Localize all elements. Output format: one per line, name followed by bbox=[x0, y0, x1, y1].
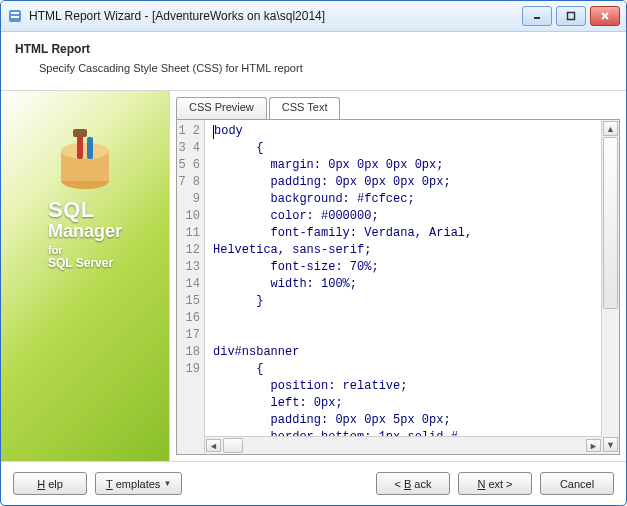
horizontal-scrollbar[interactable]: ◄ ► bbox=[205, 436, 602, 454]
brand-line1: SQL bbox=[48, 199, 122, 221]
branding-panel: SQL Manager for SQL Server bbox=[1, 91, 170, 461]
window-title: HTML Report Wizard - [AdventureWorks on … bbox=[29, 9, 522, 23]
main-panel: CSS Preview CSS Text 1 2 3 4 5 6 7 8 9 1… bbox=[170, 91, 626, 461]
titlebar: HTML Report Wizard - [AdventureWorks on … bbox=[1, 1, 626, 32]
next-button[interactable]: Next > bbox=[458, 472, 532, 495]
chevron-down-icon: ▼ bbox=[163, 479, 171, 488]
svg-rect-2 bbox=[11, 16, 19, 18]
scroll-right-icon[interactable]: ► bbox=[586, 439, 601, 452]
scroll-up-icon[interactable]: ▲ bbox=[603, 121, 618, 136]
window-buttons bbox=[522, 6, 620, 26]
app-icon bbox=[7, 8, 23, 24]
vertical-scrollbar[interactable]: ▲ ▼ bbox=[601, 120, 619, 454]
scroll-down-icon[interactable]: ▼ bbox=[603, 437, 618, 452]
svg-rect-11 bbox=[87, 137, 93, 159]
scroll-thumb-vertical[interactable] bbox=[603, 137, 618, 309]
code-area[interactable]: body { margin: 0px 0px 0px 0px; padding:… bbox=[205, 120, 601, 454]
templates-button[interactable]: Templates ▼ bbox=[95, 472, 182, 495]
maximize-button[interactable] bbox=[556, 6, 586, 26]
line-number-gutter: 1 2 3 4 5 6 7 8 9 10 11 12 13 14 15 16 1… bbox=[177, 120, 205, 454]
wizard-footer: Help Templates ▼ < Back Next > Cancel bbox=[1, 461, 626, 505]
wizard-body: SQL Manager for SQL Server CSS Preview C… bbox=[1, 91, 626, 461]
scroll-thumb-horizontal[interactable] bbox=[223, 438, 243, 453]
page-subtitle: Specify Cascading Style Sheet (CSS) for … bbox=[39, 62, 612, 74]
svg-point-9 bbox=[61, 143, 109, 159]
brand-line3: for bbox=[48, 244, 122, 256]
tab-css-text[interactable]: CSS Text bbox=[269, 97, 341, 119]
cancel-button[interactable]: Cancel bbox=[540, 472, 614, 495]
help-button[interactable]: Help bbox=[13, 472, 87, 495]
product-name: SQL Manager for SQL Server bbox=[48, 199, 122, 270]
svg-rect-1 bbox=[11, 12, 19, 14]
back-button[interactable]: < Back bbox=[376, 472, 450, 495]
svg-rect-4 bbox=[568, 13, 575, 20]
brand-line4: SQL Server bbox=[48, 256, 122, 270]
svg-rect-12 bbox=[73, 129, 87, 137]
css-editor: 1 2 3 4 5 6 7 8 9 10 11 12 13 14 15 16 1… bbox=[176, 119, 620, 455]
close-button[interactable] bbox=[590, 6, 620, 26]
product-artwork-icon bbox=[53, 129, 117, 196]
brand-line2: Manager bbox=[48, 221, 122, 242]
scroll-left-icon[interactable]: ◄ bbox=[206, 439, 221, 452]
minimize-button[interactable] bbox=[522, 6, 552, 26]
wizard-header: HTML Report Specify Cascading Style Shee… bbox=[1, 32, 626, 91]
tab-css-preview[interactable]: CSS Preview bbox=[176, 97, 267, 119]
wizard-window: HTML Report Wizard - [AdventureWorks on … bbox=[0, 0, 627, 506]
tab-bar: CSS Preview CSS Text bbox=[176, 97, 626, 119]
page-title: HTML Report bbox=[15, 42, 612, 56]
